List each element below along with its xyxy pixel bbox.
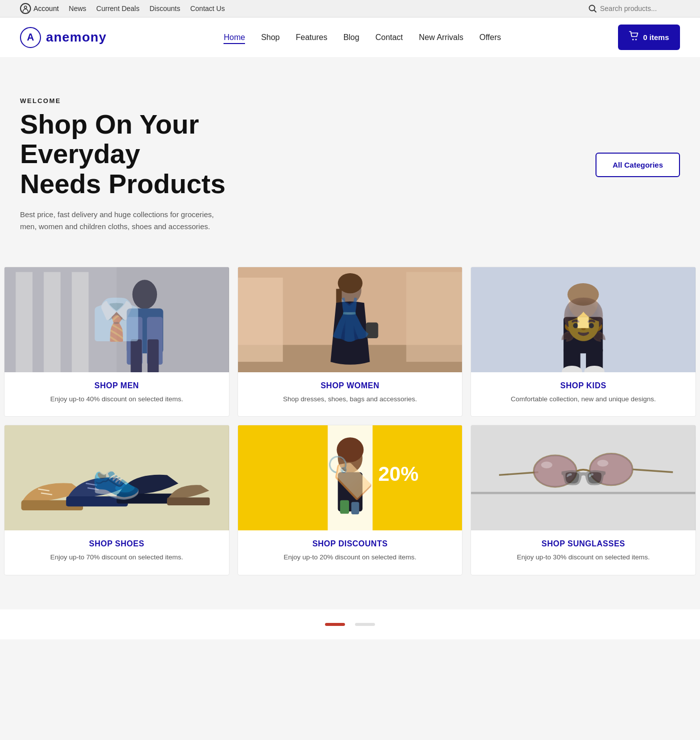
search-wrap[interactable] [588,4,680,13]
svg-rect-20 [406,272,462,362]
svg-point-4 [636,39,637,41]
main-nav: A anemony Home Shop Features Blog Contac… [0,18,700,57]
carousel-dot-2[interactable] [355,623,375,626]
hero-description: Best price, fast delivery and huge colle… [20,209,230,233]
logo-icon: A [20,27,41,48]
nav-offers[interactable]: Offers [480,33,501,42]
svg-rect-24 [366,323,378,338]
category-name-shoes: SHOP SHOES [89,539,144,548]
category-card-sunglasses[interactable]: SHOP SUNGLASSES Enjoy up-to 30% discount… [470,425,696,575]
svg-point-0 [24,6,27,9]
carousel-dot-1[interactable] [325,623,345,626]
current-deals-link[interactable]: Current Deals [96,5,140,13]
hero-welcome: WELCOME [20,97,300,105]
svg-point-27 [568,283,599,306]
logo-text: anemony [46,30,106,45]
all-categories-button[interactable]: All Categories [596,153,680,177]
svg-rect-14 [130,339,142,372]
account-icon [20,3,31,14]
category-image-shoes [4,425,229,530]
category-name-women: SHOP WOMEN [320,381,380,390]
category-name-sunglasses: SHOP SUNGLASSES [542,539,625,548]
category-desc-discounts: Enjoy up-to 20% discount on selected ite… [276,552,424,562]
nav-blog[interactable]: Blog [344,33,360,42]
search-input[interactable] [600,5,680,13]
svg-point-58 [542,462,552,468]
category-grid: SHOP MEN Enjoy up-to 40% discount on sel… [0,263,700,579]
category-image-sunglasses [471,425,696,530]
category-section: SHOP MEN Enjoy up-to 40% discount on sel… [0,263,700,609]
svg-line-2 [594,11,596,13]
category-name-kids: SHOP KIDS [560,381,606,390]
svg-rect-25 [471,267,696,372]
category-desc-women: Shop dresses, shoes, bags and accessorie… [275,394,425,404]
svg-rect-34 [4,425,229,530]
svg-point-54 [534,456,576,487]
svg-point-3 [632,39,634,41]
svg-text:20%: 20% [378,462,418,485]
nav-home[interactable]: Home [224,33,245,42]
svg-rect-48 [340,500,349,514]
top-bar-right [588,4,680,13]
nav-contact[interactable]: Contact [376,33,403,42]
category-desc-kids: Comfortable collection, new and unique d… [502,394,664,404]
hero-text: WELCOME Shop On Your Everyday Needs Prod… [20,97,300,233]
cart-icon [629,31,639,44]
nav-features[interactable]: Features [296,33,328,42]
svg-rect-7 [16,272,32,372]
svg-point-56 [590,454,632,485]
category-image-men [4,267,229,372]
cart-button[interactable]: 0 items [618,25,680,50]
category-card-men[interactable]: SHOP MEN Enjoy up-to 40% discount on sel… [4,267,230,417]
search-icon [588,4,597,13]
cart-label: 0 items [643,33,669,42]
category-image-kids [471,267,696,372]
category-card-discounts[interactable]: 20% SHOP DISCOUNTS Enjoy up-to 20% disco… [238,425,463,575]
hero-section: WELCOME Shop On Your Everyday Needs Prod… [0,57,700,263]
category-card-women[interactable]: SHOP WOMEN Shop dresses, shoes, bags and… [238,267,463,417]
account-link[interactable]: Account [20,3,59,14]
account-label: Account [34,5,59,13]
category-desc-shoes: Enjoy up-to 70% discount on selected ite… [42,552,192,562]
svg-rect-50 [471,425,696,530]
discounts-link[interactable]: Discounts [150,5,180,13]
nav-links: Home Shop Features Blog Contact New Arri… [224,33,501,42]
top-bar: Account News Current Deals Discounts Con… [0,0,700,18]
svg-rect-38 [167,498,210,506]
svg-rect-8 [44,272,61,372]
bottom-bar [0,609,700,639]
svg-rect-29 [578,317,588,328]
svg-point-10 [132,280,157,309]
svg-point-45 [336,438,364,462]
nav-new-arrivals[interactable]: New Arrivals [419,33,464,42]
contact-link[interactable]: Contact Us [190,5,224,13]
svg-rect-9 [72,272,89,372]
svg-point-1 [590,6,595,11]
category-image-discounts: 20% [238,425,462,530]
logo[interactable]: A anemony [20,27,106,48]
hero-title-line1: Shop On Your Everyday [20,109,199,169]
category-desc-men: Enjoy up-to 40% discount on selected ite… [42,394,192,404]
category-name-discounts: SHOP DISCOUNTS [312,539,388,548]
hero-title: Shop On Your Everyday Needs Products [20,110,300,199]
category-desc-sunglasses: Enjoy up-to 30% discount on selected ite… [509,552,658,562]
svg-rect-15 [148,339,158,372]
category-image-women [238,267,462,372]
svg-point-59 [598,460,608,467]
svg-rect-19 [238,278,283,362]
top-bar-left: Account News Current Deals Discounts Con… [20,3,225,14]
svg-rect-51 [471,492,696,494]
nav-shop[interactable]: Shop [261,33,280,42]
category-card-kids[interactable]: SHOP KIDS Comfortable collection, new an… [470,267,696,417]
svg-rect-23 [336,289,342,311]
hero-title-line2: Needs Products [20,169,226,199]
news-link[interactable]: News [69,5,86,13]
category-name-men: SHOP MEN [94,381,139,390]
svg-rect-49 [351,502,359,515]
category-card-shoes[interactable]: SHOP SHOES Enjoy up-to 70% discount on s… [4,425,230,575]
